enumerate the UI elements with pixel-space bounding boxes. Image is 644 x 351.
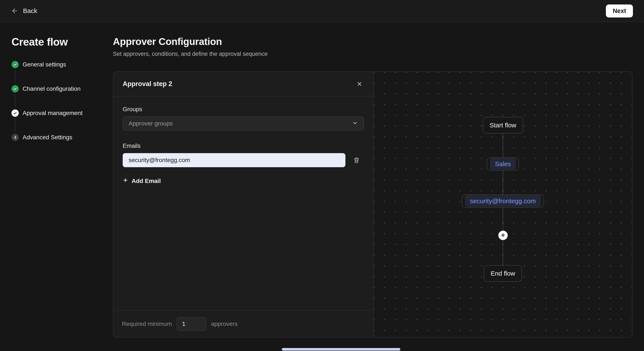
end-flow-node: End flow [484,265,522,282]
add-email-button[interactable]: Add Email [123,178,161,184]
approvers-label: approvers [211,320,238,327]
close-icon[interactable] [355,80,364,88]
back-label: Back [23,7,37,14]
back-button[interactable]: Back [11,7,37,14]
select-value: Approver groups [129,120,173,127]
step-connector [15,70,15,84]
horizontal-scrollbar-thumb[interactable] [282,348,400,350]
main-area: Approver Configuration Set approvers, co… [113,22,644,350]
flow-connector [502,208,503,231]
step-number-badge: 4 [12,134,19,141]
topbar: Back Next [0,0,644,22]
card-title: Approval step 2 [123,80,172,88]
card-footer: Required minimum approvers [113,310,373,337]
step-label: Advanced Settings [22,134,72,158]
groups-label: Groups [123,106,364,113]
card-header: Approval step 2 [113,72,373,96]
step-approval-management[interactable]: Approval management [12,110,113,134]
flow-canvas: Start flow Sales security@frontegg.com [374,72,632,337]
step-channel-configuration[interactable]: Channel configuration [12,85,113,110]
group-node-sales[interactable]: Sales [487,158,519,170]
step-connector [15,118,15,132]
check-circle-icon [12,61,19,68]
approval-panel: Approval step 2 Groups Approver groups E… [113,71,632,338]
sidebar: Create flow General settings [0,22,113,350]
card-body: Groups Approver groups Emails [113,96,373,310]
step-label: Approval management [22,110,83,134]
approver-groups-select[interactable]: Approver groups [123,116,364,130]
step-connector [15,94,15,108]
add-step-button[interactable] [498,231,508,240]
trash-icon[interactable] [352,156,361,164]
stepper: General settings Channel configuration [12,61,113,158]
step-general-settings[interactable]: General settings [12,61,113,85]
required-minimum-input[interactable] [176,317,206,331]
emails-label: Emails [123,142,364,149]
step-advanced-settings[interactable]: 4 Advanced Settings [12,134,113,158]
active-check-circle-icon [12,110,19,117]
flow-connector [502,240,503,265]
email-node-label: security@frontegg.com [465,195,541,207]
check-circle-icon [12,85,19,92]
flow-connector [502,170,503,194]
group-node-label: Sales [490,158,516,170]
next-button[interactable]: Next [606,4,633,18]
email-row [123,153,364,167]
page-title: Approver Configuration [113,36,632,47]
back-arrow-icon [11,7,18,14]
email-node[interactable]: security@frontegg.com [462,194,544,208]
flow-connector [502,134,503,158]
chevron-down-icon [352,120,358,127]
flow-column: Start flow Sales security@frontegg.com [374,72,632,337]
create-flow-title: Create flow [12,36,113,48]
start-flow-node: Start flow [483,117,523,134]
add-email-label: Add Email [132,178,161,184]
approval-step-card: Approval step 2 Groups Approver groups E… [113,72,374,337]
content-area: Create flow General settings [0,22,644,350]
step-label: Channel configuration [22,85,80,110]
email-input[interactable] [123,153,346,167]
required-minimum-label: Required minimum [122,320,172,327]
step-label: General settings [22,61,66,85]
plus-icon [123,178,128,184]
plus-icon [500,232,506,238]
page-subtitle: Set approvers, conditions, and define th… [113,51,632,57]
